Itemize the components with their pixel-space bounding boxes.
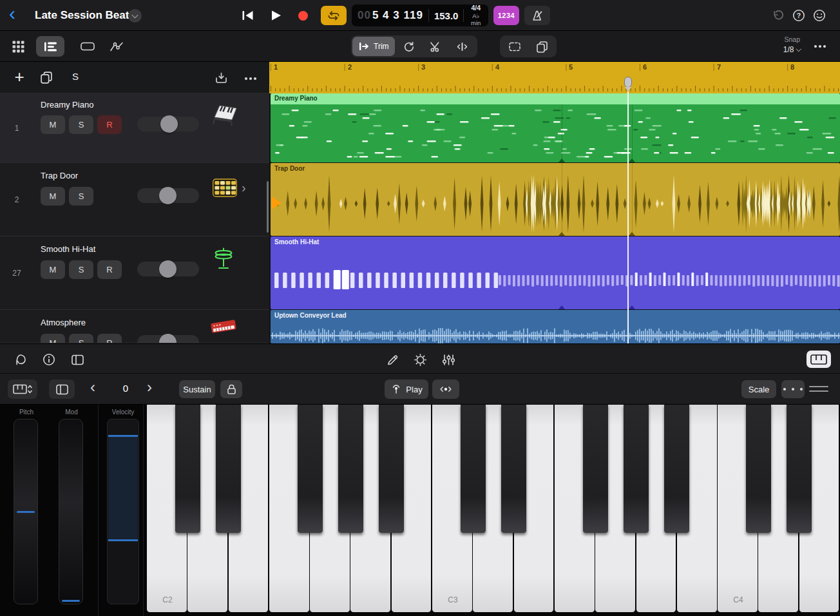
track-header-atmosphere[interactable]: Atmosphere M S R [0,310,269,343]
play-surface-button[interactable]: Play [385,380,428,399]
view-switcher-button[interactable] [10,40,26,53]
black-key[interactable] [746,405,771,533]
regions-button[interactable] [79,40,97,53]
help-button[interactable]: ? [791,8,807,23]
automation-button[interactable] [108,40,125,53]
record-enable-button[interactable]: R [97,260,122,279]
record-enable-button[interactable]: R [97,115,122,134]
region-dreamy-piano[interactable]: Dreamy Piano [271,93,840,162]
playhead[interactable] [624,62,633,343]
keyboard-sidebar-toggle[interactable] [49,380,75,399]
pencil-tool-button[interactable] [385,352,400,367]
black-key[interactable] [664,405,689,533]
project-title[interactable]: Late Session Beat [35,9,129,22]
black-key[interactable] [787,405,812,533]
mod-wheel[interactable] [59,419,83,604]
info-button[interactable] [41,352,57,367]
trim-tool-button[interactable]: Trim [352,37,395,56]
hi-hat-instrument-icon[interactable] [213,246,234,271]
keyboard-more-button[interactable] [781,380,805,398]
velocity-slider[interactable] [107,419,139,604]
track-detail-chevron[interactable]: › [242,180,246,195]
mute-button[interactable]: M [41,187,65,206]
import-track-button[interactable] [213,70,229,86]
loop-marker [558,159,565,162]
count-in-button[interactable]: 1234 [493,6,519,25]
black-key[interactable] [175,405,200,533]
metronome-button[interactable] [524,6,550,25]
region-uptown-conveyor-lead[interactable]: Uptown Conveyor Lead [271,310,840,343]
play-button[interactable] [267,6,285,25]
track-header-smooth-hi-hat[interactable]: 27 Smooth Hi-Hat M S R [0,236,269,310]
black-key[interactable] [501,405,526,533]
black-key[interactable] [379,405,404,533]
loop-browser-button[interactable] [13,352,28,367]
sustain-button[interactable]: Sustain [179,380,215,398]
inspector-sidebar-button[interactable] [70,352,85,367]
volume-thumb[interactable] [159,260,177,278]
track-list-scrollbar[interactable] [267,181,269,233]
octave-down-button[interactable]: ‹ [90,380,95,394]
split-tool-button[interactable] [422,37,449,56]
black-key[interactable] [298,405,323,533]
black-key[interactable] [461,405,486,533]
piano-instrument-icon[interactable] [209,100,238,127]
project-menu-button[interactable] [128,9,142,23]
back-button[interactable]: ‹ [9,5,15,22]
account-button[interactable] [812,8,827,23]
volume-thumb[interactable] [160,115,178,133]
volume-slider[interactable] [137,335,199,343]
black-key[interactable] [583,405,608,533]
add-track-button[interactable]: + [12,68,27,86]
track-header-dreamy-piano[interactable]: 1 Dreamy Piano M S R [0,93,269,163]
pitch-wheel[interactable] [14,419,38,604]
mute-button[interactable]: M [41,260,65,279]
loop-tool-button[interactable] [395,37,422,56]
solo-button[interactable]: S [69,115,93,134]
piano-keyboard[interactable]: C2 C3 C4 [147,405,840,613]
keyboard-panel-toggle[interactable] [807,351,831,368]
solo-button[interactable]: S [69,260,93,279]
panel-resize-handle[interactable] [809,383,828,395]
snap-control[interactable]: Snap 1/8 [759,35,800,54]
drum-machine-icon[interactable] [213,178,237,197]
mute-button[interactable]: M [41,334,65,343]
volume-slider[interactable] [137,188,199,203]
solo-button[interactable]: S [69,187,93,206]
smart-controls-button[interactable] [412,352,428,367]
octave-up-button[interactable]: › [147,380,152,394]
tracks-view-button[interactable] [36,36,64,57]
volume-slider[interactable] [137,262,199,276]
synth-instrument-icon[interactable] [210,318,237,336]
scale-button[interactable]: Scale [741,380,776,398]
volume-thumb[interactable] [159,187,177,204]
cycle-button[interactable] [321,6,347,25]
black-key[interactable] [216,405,241,533]
nudge-tool-button[interactable] [449,37,476,56]
keyboard-type-selector[interactable] [8,380,37,399]
undo-button[interactable] [770,8,786,23]
record-button[interactable] [294,6,312,25]
mixer-button[interactable] [441,352,456,367]
record-enable-button[interactable]: R [97,334,122,343]
mute-button[interactable]: M [41,115,65,134]
marquee-tool-button[interactable] [501,37,528,56]
lcd-display[interactable]: 005 4 3 119 153.0 4/4 A♭ min [352,5,488,26]
track-list-more-button[interactable] [241,75,260,82]
timeline-ruler[interactable]: 1 2 3 4 5 6 7 8 [269,62,840,93]
black-key[interactable] [624,405,649,533]
volume-thumb[interactable] [159,334,177,343]
solo-button[interactable]: S [69,334,93,343]
playhead-handle[interactable] [624,77,632,88]
go-to-beginning-button[interactable] [238,6,256,25]
volume-slider[interactable] [137,117,199,131]
duplicate-track-button[interactable] [39,70,54,84]
sustain-lock-button[interactable] [220,380,242,398]
region-trap-door[interactable]: Trap Door [271,163,840,236]
more-options-button[interactable] [810,43,830,50]
region-smooth-hi-hat[interactable]: Smooth Hi-Hat [271,236,840,309]
copy-tool-button[interactable] [528,37,555,56]
track-header-trap-door[interactable]: 2 Trap Door M S › [0,163,269,236]
black-key[interactable] [338,405,363,533]
glide-mode-button[interactable] [432,380,459,399]
